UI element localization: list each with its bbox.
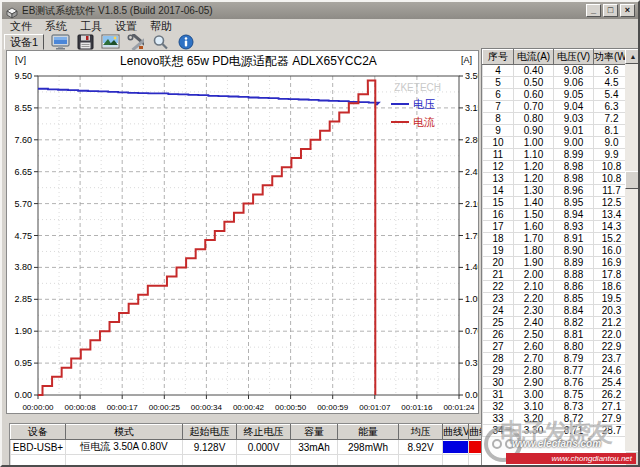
table-cell: 2.50: [514, 329, 554, 341]
svg-text:1.40: 1.40: [465, 262, 478, 272]
table-cell: 1.10: [514, 149, 554, 161]
svg-text:2.80: 2.80: [465, 135, 478, 145]
curve-v-color-chip: [443, 441, 468, 453]
menu-item[interactable]: 设置: [115, 19, 137, 34]
svg-text:00:01:24: 00:01:24: [443, 403, 475, 412]
table-cell: 28: [483, 353, 514, 365]
svg-text:0.95: 0.95: [14, 358, 32, 368]
data-table: 序号电流(A)电压(V)功率(W)40.409.083.650.509.064.…: [482, 49, 630, 437]
status-table: 设备模式起始电压终止电压容量能量均压曲线V曲线AEBD-USB+恒电流 3.50…: [10, 424, 482, 467]
table-cell: 8.86: [554, 281, 594, 293]
table-cell: 3.00: [514, 389, 554, 401]
svg-text:00:00:59: 00:00:59: [317, 403, 349, 412]
table-row: 242.308.8420.3: [483, 305, 630, 317]
scroll-down-icon[interactable]: ▼: [625, 451, 640, 466]
table-cell: 17: [483, 221, 514, 233]
table-cell: 8.90: [554, 245, 594, 257]
table-cell: 8.73: [554, 401, 594, 413]
status-header: 设备: [11, 425, 66, 440]
svg-text:00:00:34: 00:00:34: [191, 403, 223, 412]
svg-text:2.45: 2.45: [465, 167, 478, 177]
table-cell: 24: [483, 305, 514, 317]
table-cell: 9.04: [554, 101, 594, 113]
info-icon[interactable]: [174, 33, 197, 50]
table-cell: 8.85: [554, 293, 594, 305]
table-cell: 1.70: [514, 233, 554, 245]
table-cell: 34: [483, 425, 514, 437]
svg-text:0.35: 0.35: [465, 358, 478, 368]
svg-text:0.00: 0.00: [14, 390, 32, 400]
status-value: 9.128V: [183, 440, 237, 455]
table-cell: 32: [483, 401, 514, 413]
table-row: 282.708.7923.7: [483, 353, 630, 365]
menu-item[interactable]: 文件: [10, 19, 32, 34]
table-cell: 3.10: [514, 401, 554, 413]
status-empty-cell: [183, 455, 237, 467]
table-row: 121.208.9810.8: [483, 161, 630, 173]
device-tab[interactable]: 设备1: [4, 34, 44, 50]
table-header: 电流(A): [514, 50, 554, 65]
table-cell: 2.80: [514, 365, 554, 377]
menu-item[interactable]: 工具: [80, 19, 102, 34]
table-row: 212.008.8817.8: [483, 269, 630, 281]
table-cell: 22: [483, 281, 514, 293]
table-row: 201.908.8916.9: [483, 257, 630, 269]
image-icon[interactable]: [99, 33, 122, 50]
maximize-button[interactable]: □: [603, 4, 618, 17]
status-header: 能量: [338, 425, 399, 440]
table-cell: 31: [483, 389, 514, 401]
curve-a-color-chip: [469, 441, 482, 453]
close-button[interactable]: ×: [620, 4, 635, 17]
table-cell: 26: [483, 329, 514, 341]
app-window: EB测试系统软件 V1.8.5 (Build 2017-06-05) _ □ ×…: [0, 0, 640, 467]
svg-text:3.15: 3.15: [465, 103, 478, 113]
status-value: 0.000V: [237, 440, 291, 455]
table-row: 50.509.064.5: [483, 77, 630, 89]
table-cell: 1.80: [514, 245, 554, 257]
svg-text:0.70: 0.70: [465, 326, 478, 336]
table-row: 272.608.8022.9: [483, 341, 630, 353]
status-empty-cell: [237, 455, 291, 467]
save-icon[interactable]: [74, 33, 97, 50]
table-cell: 0.60: [514, 89, 554, 101]
table-cell: 9.05: [554, 89, 594, 101]
status-value: 33mAh: [291, 440, 338, 455]
svg-text:1.05: 1.05: [465, 294, 478, 304]
table-scrollbar[interactable]: ▲ ▼: [625, 49, 640, 466]
menu-item[interactable]: 系统: [45, 19, 67, 34]
table-cell: 8.91: [554, 233, 594, 245]
table-cell: 23: [483, 293, 514, 305]
status-empty-cell: [399, 455, 443, 467]
table-cell: 30: [483, 377, 514, 389]
svg-text:Lenovo联想 65w PD电源适配器 ADLX65YCC: Lenovo联想 65w PD电源适配器 ADLX65YCC2A: [120, 54, 377, 68]
svg-text:6.65: 6.65: [14, 167, 32, 177]
search-icon[interactable]: [149, 33, 172, 50]
table-cell: 1.20: [514, 173, 554, 185]
status-header: 模式: [66, 425, 183, 440]
minimize-button[interactable]: _: [586, 4, 601, 17]
scroll-thumb[interactable]: [625, 171, 640, 189]
table-header: 序号: [483, 50, 514, 65]
scroll-up-icon[interactable]: ▲: [625, 49, 640, 64]
tools-icon[interactable]: [124, 33, 147, 50]
table-cell: 5: [483, 77, 514, 89]
data-table-panel: 序号电流(A)电压(V)功率(W)40.409.083.650.509.064.…: [481, 48, 640, 466]
table-row: 80.809.037.2: [483, 113, 630, 125]
table-cell: 8.94: [554, 209, 594, 221]
status-value: 298mWh: [338, 440, 399, 455]
table-cell: 2.70: [514, 353, 554, 365]
table-cell: 8.95: [554, 197, 594, 209]
title-bar[interactable]: EB测试系统软件 V1.8.5 (Build 2017-06-05) _ □ ×: [2, 2, 638, 19]
table-cell: 9.08: [554, 65, 594, 77]
table-row: 161.508.9413.4: [483, 209, 630, 221]
svg-text:7.60: 7.60: [14, 135, 32, 145]
status-empty-cell: [469, 455, 483, 467]
table-row: 151.408.9512.5: [483, 197, 630, 209]
menu-item[interactable]: 帮助: [150, 19, 172, 34]
table-cell: 2.60: [514, 341, 554, 353]
status-empty-cell: [11, 455, 66, 467]
table-row: 262.508.8122.0: [483, 329, 630, 341]
voltage-current-chart: 9.508.557.606.655.704.753.802.851.900.95…: [7, 51, 478, 413]
monitor-icon[interactable]: [49, 33, 72, 50]
table-cell: 8.71: [554, 425, 594, 437]
